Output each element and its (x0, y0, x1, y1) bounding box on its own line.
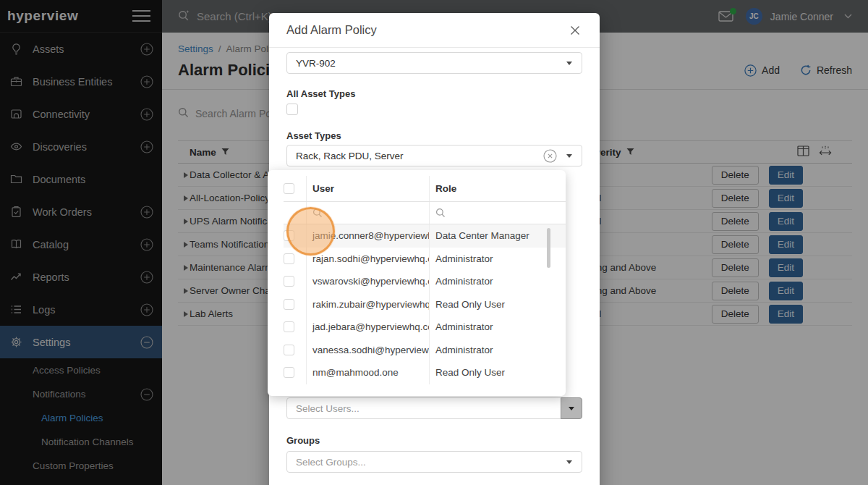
role-column-header: Role (429, 176, 566, 201)
user-role: Data Center Manager (429, 224, 566, 248)
user-checkbox[interactable] (284, 253, 294, 264)
select-all-checkbox[interactable] (284, 183, 294, 194)
close-icon[interactable] (568, 23, 582, 38)
user-checkbox[interactable] (284, 345, 294, 355)
user-row[interactable]: jad.jebara@hyperviewhq.comAdministrator (284, 316, 566, 339)
select-users-input[interactable] (287, 403, 582, 414)
groups-label: Groups (286, 435, 582, 446)
user-row[interactable]: nm@mahmood.oneRead Only User (284, 361, 566, 384)
users-dropdown-toggle[interactable] (561, 397, 582, 419)
modal-header: Add Alarm Policy (269, 13, 600, 48)
user-column-header: User (306, 176, 429, 201)
users-dropdown-header: User Role (284, 176, 566, 202)
asset-types-select[interactable]: Rack, Rack PDU, Server (286, 145, 582, 166)
user-row[interactable]: vanessa.sodhi@hyperviewhq.cAdministrator (284, 339, 566, 362)
user-row[interactable]: rakim.zubair@hyperviewhq.coRead Only Use… (284, 293, 566, 316)
all-asset-types-label: All Asset Types (286, 88, 582, 99)
users-dropdown-panel: User Role jamie.co (268, 170, 566, 396)
caret-down-icon (566, 154, 572, 158)
asset-types-value: Rack, Rack PDU, Server (296, 151, 404, 161)
click-indicator (286, 207, 335, 256)
asset-types-label: Asset Types (286, 130, 582, 141)
user-role: Read Only User (429, 293, 566, 316)
user-email: vanessa.sodhi@hyperviewhq.c (306, 339, 429, 362)
modal-body: YVR-902 All Asset Types Asset Types Rack… (269, 52, 600, 473)
user-role: Administrator (429, 270, 566, 293)
user-role: Administrator (429, 316, 566, 339)
all-asset-types-checkbox[interactable] (286, 104, 298, 115)
select-groups-field (286, 451, 582, 473)
caret-down-icon (566, 460, 572, 464)
scrollbar-thumb[interactable] (547, 228, 550, 268)
user-role: Read Only User (429, 361, 566, 384)
select-users-field (286, 397, 582, 419)
user-row[interactable]: rajan.sodhi@hyperviewhq.comAdministrator (284, 248, 566, 271)
location-select[interactable]: YVR-902 (286, 52, 582, 74)
user-email: nm@mahmood.one (306, 361, 429, 384)
user-email: vswarovski@hyperviewhq.com (306, 270, 429, 293)
location-value: YVR-902 (296, 58, 336, 69)
user-checkbox[interactable] (284, 299, 294, 310)
modal-title: Add Alarm Policy (286, 23, 377, 37)
user-checkbox[interactable] (284, 276, 294, 287)
role-search-field[interactable] (429, 202, 566, 224)
user-email: jad.jebara@hyperviewhq.com (306, 316, 429, 339)
select-groups-input[interactable] (287, 457, 582, 468)
user-role: Administrator (429, 248, 566, 271)
user-row[interactable]: vswarovski@hyperviewhq.comAdministrator (284, 270, 566, 293)
user-checkbox[interactable] (284, 367, 294, 378)
clear-icon[interactable] (543, 149, 557, 163)
user-role: Administrator (429, 339, 566, 362)
user-checkbox[interactable] (284, 321, 294, 332)
caret-down-icon (566, 62, 572, 65)
user-email: rakim.zubair@hyperviewhq.co (306, 293, 429, 316)
